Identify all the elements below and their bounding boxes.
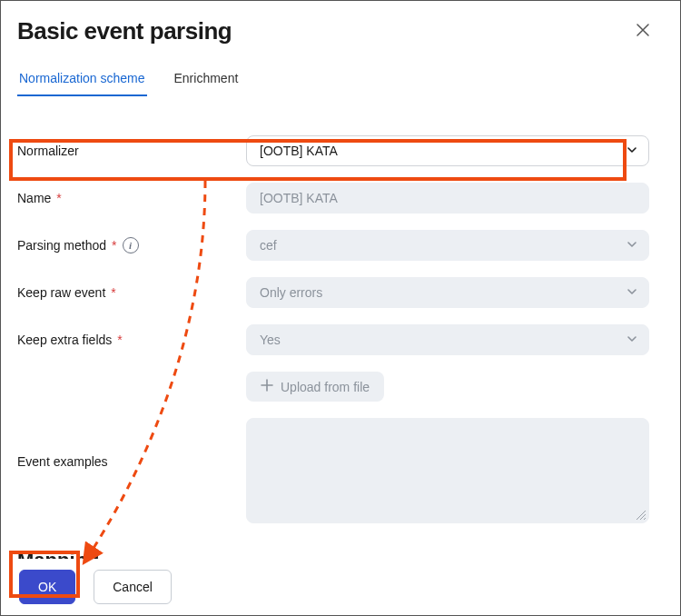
info-icon[interactable]: i [123, 237, 139, 253]
tabs: Normalization scheme Enrichment [1, 51, 680, 96]
ok-button[interactable]: OK [19, 570, 75, 604]
required-mark: * [111, 285, 115, 300]
keep-extra-select: Yes [246, 324, 649, 355]
chevron-down-icon [627, 238, 637, 253]
tab-normalization-scheme[interactable]: Normalization scheme [17, 71, 147, 96]
tab-enrichment[interactable]: Enrichment [173, 71, 241, 96]
chevron-down-icon [627, 144, 637, 158]
dialog-title: Basic event parsing [17, 17, 232, 45]
parsing-method-select: cef [246, 230, 649, 261]
keep-raw-select: Only errors [246, 277, 649, 308]
resize-handle-icon [635, 509, 646, 520]
close-icon[interactable] [631, 17, 655, 45]
keep-raw-label: Keep raw event [17, 285, 105, 300]
parsing-method-label: Parsing method [17, 238, 106, 253]
cancel-button[interactable]: Cancel [94, 570, 172, 604]
chevron-down-icon [627, 333, 637, 347]
required-mark: * [56, 191, 61, 205]
plus-icon [261, 379, 273, 394]
name-label: Name [17, 191, 51, 205]
required-mark: * [112, 238, 116, 253]
keep-extra-label: Keep extra fields [17, 333, 112, 347]
normalizer-label: Normalizer [17, 144, 79, 158]
name-input: [OOTB] KATA [246, 183, 649, 214]
required-mark: * [117, 333, 122, 347]
normalizer-value: [OOTB] KATA [260, 144, 338, 158]
upload-from-file-button: Upload from file [246, 372, 384, 402]
normalizer-select[interactable]: [OOTB] KATA [246, 135, 649, 166]
event-examples-label: Event examples [17, 454, 108, 469]
chevron-down-icon [627, 285, 637, 300]
event-examples-textarea[interactable] [246, 418, 649, 523]
dialog-basic-event-parsing: Basic event parsing Normalization scheme… [1, 1, 680, 615]
mapping-section-title: Mapping [17, 549, 649, 559]
